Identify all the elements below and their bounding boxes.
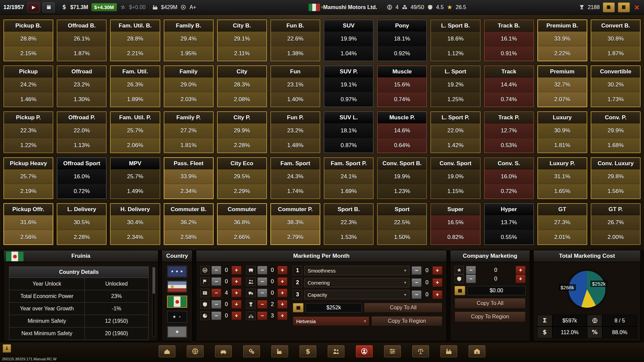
segment-card-pass-fleet[interactable]: Pass. Fleet33.9%2.34%	[164, 157, 214, 199]
increase-truck-button[interactable]: +	[277, 289, 287, 297]
segment-card-pickup-p[interactable]: Pickup P.22.3%1.22%	[3, 111, 53, 153]
segment-card-fam-util-b[interactable]: Fam. Util. B.28.8%2.21%	[110, 19, 160, 61]
segment-card-pickup-offr[interactable]: Pickup Offr.31.6%2.56%	[3, 203, 53, 245]
manual-button[interactable]	[618, 2, 630, 12]
play-button[interactable]: ▶	[28, 2, 40, 12]
country-flag-button-fruinia[interactable]	[167, 296, 187, 308]
segment-card-premium[interactable]: Premium32.7%2.07%	[537, 65, 587, 107]
segment-card-l-sport[interactable]: L. Sport19.2%1.25%	[430, 65, 480, 107]
toolbar-world-map-button[interactable]	[187, 345, 204, 357]
segment-card-commuter[interactable]: Commuter36.8%2.66%	[217, 203, 267, 245]
segment-card-conv-luxury[interactable]: Conv. Luxury29.8%1.56%	[591, 157, 641, 199]
segment-card-fun[interactable]: Fun23.1%1.40%	[270, 65, 320, 107]
segment-card-muscle[interactable]: Muscle15.6%0.74%	[377, 65, 427, 107]
decrease-shield-button[interactable]: −	[466, 275, 476, 283]
budget-calendar-button[interactable]	[293, 303, 304, 312]
increase-priority-button[interactable]: +	[432, 290, 442, 299]
country-flag-button-5[interactable]	[167, 326, 187, 338]
segment-card-pickup[interactable]: Pickup24.2%1.46%	[3, 65, 53, 107]
decrease-racing-flag-button[interactable]: −	[211, 277, 221, 286]
segment-card-city-eco[interactable]: City Eco29.5%2.29%	[217, 157, 267, 199]
segment-card-fam-util-p[interactable]: Fam. Util. P.25.7%2.06%	[110, 111, 160, 153]
increase-priority-button[interactable]: +	[432, 278, 442, 287]
segment-card-l-sport-p[interactable]: L. Sport P.22.0%1.42%	[430, 111, 480, 153]
segment-card-track[interactable]: Track14.4%0.74%	[484, 65, 534, 107]
segment-card-offroad-sport[interactable]: Offroad Sport16.0%0.72%	[57, 157, 107, 199]
decrease-priority-button[interactable]: −	[412, 290, 422, 299]
increase-shield-button[interactable]: +	[231, 300, 241, 309]
segment-card-city-p[interactable]: City P.29.9%2.28%	[217, 111, 267, 153]
segment-card-convert-b[interactable]: Convert B.30.8%1.87%	[591, 19, 641, 61]
segment-card-pickup-b[interactable]: Pickup B.28.8%2.15%	[3, 19, 53, 61]
increase-racing-flag-button[interactable]: +	[231, 277, 241, 286]
toolbar-marketing-button[interactable]	[356, 345, 373, 357]
segment-card-l-sport-b[interactable]: L. Sport B.18.6%1.12%	[430, 19, 480, 61]
segment-card-pickup-heavy[interactable]: Pickup Heavy25.7%2.19%	[3, 157, 53, 199]
toolbar-production-button[interactable]	[440, 345, 457, 357]
segment-card-offroad-b[interactable]: Offroad B.26.1%1.87%	[57, 19, 107, 61]
copy-to-region-button[interactable]: Copy To Region	[371, 316, 442, 326]
toolbar-home-button[interactable]	[159, 345, 175, 357]
save-button[interactable]	[603, 2, 615, 12]
segment-card-track-p[interactable]: Track P.12.7%0.53%	[484, 111, 534, 153]
segment-card-muscle-p[interactable]: Muscle P.14.6%0.64%	[377, 111, 427, 153]
segment-card-hyper[interactable]: Hyper13.7%0.55%	[484, 203, 534, 245]
segment-card-suv-p[interactable]: SUV P.19.1%0.97%	[324, 65, 374, 107]
segment-card-luxury[interactable]: Luxury30.9%1.81%	[537, 111, 587, 153]
decrease-newspaper-button[interactable]: −	[211, 289, 221, 297]
segment-card-suv-l[interactable]: SUV L.18.1%0.87%	[324, 111, 374, 153]
segment-card-conv-p[interactable]: Conv. P.29.9%1.68%	[591, 111, 641, 153]
decrease-steering-wheel-button[interactable]: −	[211, 266, 221, 275]
company-copy-to-region-button[interactable]: Copy To Region	[454, 311, 526, 322]
decrease-star-button[interactable]: −	[466, 266, 476, 275]
download-button[interactable]: ↓	[3, 344, 11, 353]
country-flag-button-4[interactable]	[167, 311, 187, 323]
segment-card-offroad-p[interactable]: Offroad P.22.0%1.13%	[57, 111, 107, 153]
decrease-trophy-cup-button[interactable]: −	[257, 300, 267, 309]
segment-card-convertible[interactable]: Convertible30.2%1.73%	[591, 65, 641, 107]
country-flag-button-1[interactable]	[167, 265, 187, 278]
segment-card-premium-b[interactable]: Premium B.33.9%2.22%	[537, 19, 587, 61]
segment-card-track-b[interactable]: Track B.16.1%0.91%	[484, 19, 534, 61]
segment-card-family-b[interactable]: Family B.29.4%1.95%	[164, 19, 214, 61]
segment-card-fun-p[interactable]: Fun P.23.2%1.48%	[270, 111, 320, 153]
toolbar-dealerships-button[interactable]	[469, 345, 485, 357]
close-button[interactable]: ×	[633, 3, 641, 12]
segment-card-super[interactable]: Super16.5%0.82%	[430, 203, 480, 245]
decrease-pie-chart-button[interactable]: −	[211, 311, 221, 320]
segment-card-conv-sport-b[interactable]: Conv. Sport B.19.9%1.23%	[377, 157, 427, 199]
increase-pie-chart-button[interactable]: +	[231, 311, 241, 320]
country-flag-button-2[interactable]	[167, 281, 187, 293]
segment-card-family[interactable]: Family29.0%2.03%	[164, 65, 214, 107]
increase-newspaper-button[interactable]: +	[231, 289, 241, 297]
increase-bus-button[interactable]: +	[277, 266, 287, 275]
copy-to-all-button[interactable]: Copy To All	[364, 303, 442, 313]
increase-people-button[interactable]: +	[277, 277, 287, 286]
priority-dropdown[interactable]: Capacity▾	[304, 290, 410, 299]
increase-star-button[interactable]: +	[516, 266, 526, 275]
increase-trophy-cup-button[interactable]: +	[277, 300, 287, 309]
decrease-scooter-button[interactable]: −	[257, 311, 267, 320]
segment-card-city[interactable]: City28.3%2.08%	[217, 65, 267, 107]
toolbar-settings-button[interactable]	[384, 345, 401, 357]
segment-card-mpv[interactable]: MPV25.7%1.49%	[110, 157, 160, 199]
scrollbar-thumb[interactable]	[153, 267, 155, 294]
company-budget-calendar-button[interactable]	[454, 286, 465, 295]
segment-card-h-delivery[interactable]: H. Delivery30.4%2.34%	[110, 203, 160, 245]
increase-priority-button[interactable]: +	[432, 266, 442, 275]
segment-card-l-delivery[interactable]: L. Delivery30.5%2.28%	[57, 203, 107, 245]
segment-card-suv[interactable]: SUV19.9%1.04%	[324, 19, 374, 61]
decrease-truck-button[interactable]: −	[257, 289, 267, 297]
segment-card-gt-p[interactable]: GT P.26.7%2.00%	[591, 203, 641, 245]
segment-card-pony[interactable]: Pony18.1%0.92%	[377, 19, 427, 61]
segment-card-fam-sport[interactable]: Fam. Sport24.3%1.74%	[270, 157, 320, 199]
toolbar-finances-button[interactable]: $	[300, 345, 316, 357]
toolbar-factories-button[interactable]	[271, 345, 288, 357]
increase-shield-button[interactable]: +	[516, 275, 526, 283]
toolbar-reports-button[interactable]	[412, 345, 429, 357]
decrease-shield-button[interactable]: −	[211, 300, 221, 309]
toolbar-parts-button[interactable]	[243, 345, 260, 357]
toolbar-vehicles-button[interactable]	[215, 345, 232, 357]
increase-scooter-button[interactable]: +	[277, 311, 287, 320]
segment-card-sport[interactable]: Sport22.5%1.50%	[377, 203, 427, 245]
